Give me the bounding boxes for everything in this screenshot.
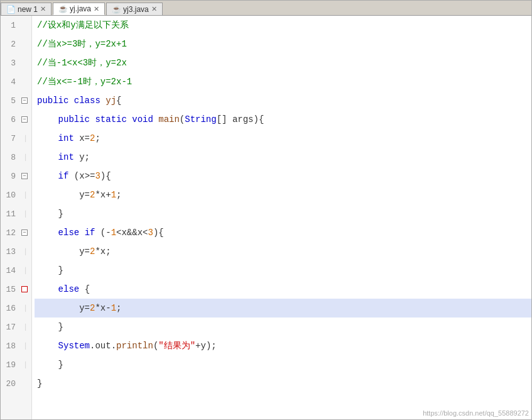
code-line-9: if (x>=3){: [35, 167, 531, 185]
editor-container: 1 2 3 4: [1, 16, 531, 419]
fold-sq-9[interactable]: −: [21, 173, 28, 179]
indent-11: [37, 204, 58, 223]
num-3a: 3: [95, 167, 100, 185]
kw-void-6: void: [132, 110, 158, 129]
code-content-4: //当x<=-1时，y=2x-1: [37, 72, 132, 91]
type-system: System: [58, 336, 90, 355]
method-println: println: [116, 336, 153, 355]
line-num-2: 2: [1, 40, 19, 49]
assign-16a: y=: [79, 299, 90, 318]
editor: 1 2 3 4: [1, 16, 531, 419]
fold-6[interactable]: −: [19, 116, 30, 123]
classname-5: yj: [106, 91, 116, 110]
type-string: String: [185, 110, 216, 129]
gutter-row-10: 10 │: [1, 185, 31, 204]
tab-yj-java[interactable]: ☕ yj.java ✕: [53, 3, 105, 15]
paren-6a: (: [180, 110, 185, 129]
dot-18b: .: [111, 336, 116, 355]
fold-sq-6[interactable]: −: [21, 116, 28, 123]
close-20: }: [37, 374, 42, 393]
method-main: main: [158, 110, 180, 129]
paren-6b: ){: [254, 110, 264, 129]
type-int-8: int: [58, 148, 80, 167]
error-indicator: [21, 286, 28, 292]
code-line-14: }: [35, 261, 531, 280]
fold-5[interactable]: −: [19, 97, 30, 104]
paren-12b: ){: [153, 223, 164, 242]
tab-yj3-java-label: yj3.java: [123, 5, 149, 14]
paren-12a: (-: [100, 223, 111, 242]
code-area[interactable]: //设x和y满足以下关系 //当x>=3时，y=2x+1 //当-1<x<3时，…: [32, 16, 531, 419]
out-18: out: [95, 336, 111, 355]
assign-10a: y=: [79, 185, 90, 204]
tab-yj-java-label: yj.java: [70, 4, 91, 13]
fold-sq-12[interactable]: −: [21, 229, 28, 236]
gutter-row-4: 4: [1, 72, 31, 91]
tab-new1-close[interactable]: ✕: [40, 5, 46, 13]
code-line-15: else {: [35, 280, 531, 299]
gutter-row-11: 11 │: [1, 204, 31, 223]
var-x: x=: [79, 129, 90, 148]
indent-15: [37, 280, 58, 299]
code-line-19: }: [35, 355, 531, 374]
indent-18: [37, 336, 58, 355]
tab-new1[interactable]: 📄 new 1 ✕: [1, 3, 52, 15]
tab-yj-java-close[interactable]: ✕: [94, 5, 99, 13]
fold-sq-5[interactable]: −: [21, 97, 28, 104]
code-line-1: //设x和y满足以下关系: [35, 16, 531, 35]
kw-else-15: else: [58, 280, 85, 299]
watermark: https://blog.csdn.net/qq_55889272: [423, 409, 529, 417]
code-content-2: //当x>=3时，y=2x+1: [37, 35, 127, 53]
line-num-18: 18: [1, 341, 19, 351]
code-line-16: y=2*x-1;: [35, 299, 531, 318]
fold-12[interactable]: −: [19, 229, 30, 236]
dot-18a: .: [90, 336, 95, 355]
code-line-18: System.out.println("结果为"+y);: [35, 336, 531, 355]
fold-8: │: [19, 154, 30, 161]
tab-yj3-java[interactable]: ☕ yj3.java ✕: [106, 3, 163, 15]
code-line-7: int x=2;: [35, 129, 531, 148]
code-line-5: public class yj{: [35, 91, 531, 110]
var-y: y;: [79, 148, 90, 167]
paren-9b: ){: [100, 167, 111, 185]
tab-yj3-java-close[interactable]: ✕: [151, 5, 157, 13]
kw-class-5: class: [74, 91, 106, 110]
close-17: }: [58, 318, 63, 336]
line-num-16: 16: [1, 304, 19, 313]
line-num-20: 20: [1, 379, 19, 389]
close-19: }: [58, 355, 63, 374]
op-13: *x;: [95, 242, 111, 261]
fold-11: │: [19, 211, 30, 218]
fold-17: │: [19, 324, 30, 331]
code-line-20: }: [35, 374, 531, 393]
java-icon2: ☕: [112, 5, 121, 14]
code-content-1: //设x和y满足以下关系: [37, 16, 129, 35]
code-line-6: public static void main(String[] args){: [35, 110, 531, 129]
plus-18: +y);: [195, 336, 217, 355]
gutter-row-6: 6 −: [1, 110, 31, 129]
line-num-8: 8: [1, 153, 19, 162]
line-num-10: 10: [1, 191, 19, 200]
fold-16: │: [19, 305, 30, 312]
fold-9[interactable]: −: [19, 173, 30, 179]
op-10: *x+: [95, 185, 111, 204]
gutter-row-16: 16 │: [1, 299, 31, 318]
gutter-row-2: 2: [1, 35, 31, 53]
indent-17: [37, 318, 58, 336]
indent-9: [37, 167, 58, 185]
gutter-row-18: 18 │: [1, 336, 31, 355]
indent-16: [37, 299, 79, 318]
num-1a: 1: [111, 185, 116, 204]
kw-if: if: [58, 167, 74, 185]
line-num-19: 19: [1, 360, 19, 370]
brace-15: {: [85, 280, 90, 299]
line-num-14: 14: [1, 266, 19, 275]
line-num-15: 15: [1, 285, 19, 294]
num-2c: 2: [90, 299, 95, 318]
line-num-3: 3: [1, 58, 19, 68]
window: 📄 new 1 ✕ ☕ yj.java ✕ ☕ yj3.java ✕ 1: [0, 0, 532, 420]
gutter-row-3: 3: [1, 53, 31, 72]
code-line-17: }: [35, 318, 531, 336]
code-line-8: int y;: [35, 148, 531, 167]
indent-12: [37, 223, 58, 242]
